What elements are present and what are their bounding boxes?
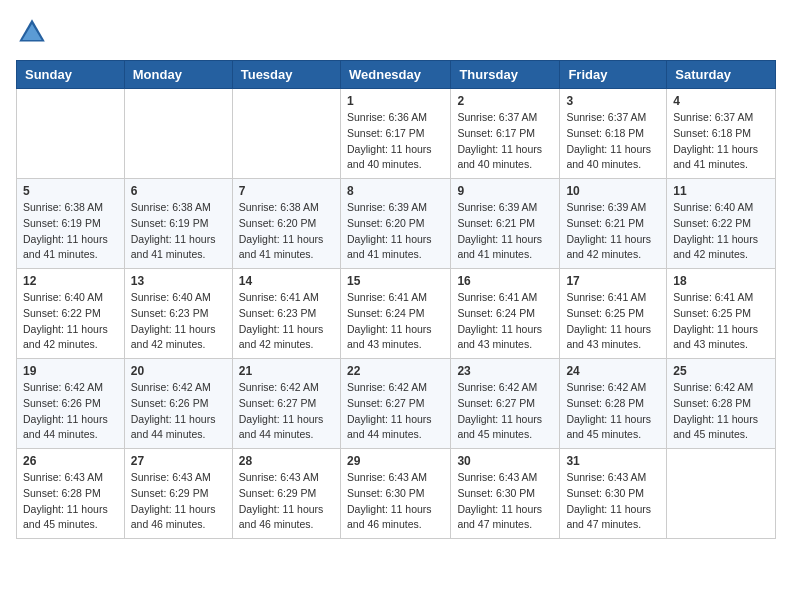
calendar-cell: 16Sunrise: 6:41 AM Sunset: 6:24 PM Dayli… xyxy=(451,269,560,359)
calendar-cell: 9Sunrise: 6:39 AM Sunset: 6:21 PM Daylig… xyxy=(451,179,560,269)
day-info: Sunrise: 6:36 AM Sunset: 6:17 PM Dayligh… xyxy=(347,110,444,173)
day-number: 13 xyxy=(131,274,226,288)
day-info: Sunrise: 6:41 AM Sunset: 6:25 PM Dayligh… xyxy=(673,290,769,353)
calendar-cell: 23Sunrise: 6:42 AM Sunset: 6:27 PM Dayli… xyxy=(451,359,560,449)
calendar-cell: 30Sunrise: 6:43 AM Sunset: 6:30 PM Dayli… xyxy=(451,449,560,539)
calendar-cell: 5Sunrise: 6:38 AM Sunset: 6:19 PM Daylig… xyxy=(17,179,125,269)
calendar-cell: 8Sunrise: 6:39 AM Sunset: 6:20 PM Daylig… xyxy=(340,179,450,269)
calendar-cell xyxy=(124,89,232,179)
day-number: 15 xyxy=(347,274,444,288)
calendar-cell: 11Sunrise: 6:40 AM Sunset: 6:22 PM Dayli… xyxy=(667,179,776,269)
day-info: Sunrise: 6:39 AM Sunset: 6:20 PM Dayligh… xyxy=(347,200,444,263)
day-number: 29 xyxy=(347,454,444,468)
day-info: Sunrise: 6:40 AM Sunset: 6:22 PM Dayligh… xyxy=(673,200,769,263)
calendar-cell: 25Sunrise: 6:42 AM Sunset: 6:28 PM Dayli… xyxy=(667,359,776,449)
day-number: 2 xyxy=(457,94,553,108)
day-of-week-header: Monday xyxy=(124,61,232,89)
day-number: 31 xyxy=(566,454,660,468)
day-info: Sunrise: 6:43 AM Sunset: 6:29 PM Dayligh… xyxy=(131,470,226,533)
day-number: 5 xyxy=(23,184,118,198)
day-number: 25 xyxy=(673,364,769,378)
calendar-cell: 15Sunrise: 6:41 AM Sunset: 6:24 PM Dayli… xyxy=(340,269,450,359)
calendar-cell: 28Sunrise: 6:43 AM Sunset: 6:29 PM Dayli… xyxy=(232,449,340,539)
day-info: Sunrise: 6:42 AM Sunset: 6:27 PM Dayligh… xyxy=(239,380,334,443)
calendar-table: SundayMondayTuesdayWednesdayThursdayFrid… xyxy=(16,60,776,539)
day-info: Sunrise: 6:39 AM Sunset: 6:21 PM Dayligh… xyxy=(566,200,660,263)
day-info: Sunrise: 6:43 AM Sunset: 6:30 PM Dayligh… xyxy=(347,470,444,533)
calendar-header-row: SundayMondayTuesdayWednesdayThursdayFrid… xyxy=(17,61,776,89)
calendar-cell: 24Sunrise: 6:42 AM Sunset: 6:28 PM Dayli… xyxy=(560,359,667,449)
day-info: Sunrise: 6:43 AM Sunset: 6:28 PM Dayligh… xyxy=(23,470,118,533)
day-info: Sunrise: 6:42 AM Sunset: 6:26 PM Dayligh… xyxy=(131,380,226,443)
day-number: 21 xyxy=(239,364,334,378)
day-info: Sunrise: 6:41 AM Sunset: 6:24 PM Dayligh… xyxy=(347,290,444,353)
day-number: 12 xyxy=(23,274,118,288)
day-number: 3 xyxy=(566,94,660,108)
calendar-cell: 29Sunrise: 6:43 AM Sunset: 6:30 PM Dayli… xyxy=(340,449,450,539)
calendar-cell: 6Sunrise: 6:38 AM Sunset: 6:19 PM Daylig… xyxy=(124,179,232,269)
calendar-week-row: 5Sunrise: 6:38 AM Sunset: 6:19 PM Daylig… xyxy=(17,179,776,269)
day-number: 14 xyxy=(239,274,334,288)
day-info: Sunrise: 6:42 AM Sunset: 6:27 PM Dayligh… xyxy=(457,380,553,443)
calendar-cell: 10Sunrise: 6:39 AM Sunset: 6:21 PM Dayli… xyxy=(560,179,667,269)
calendar-week-row: 19Sunrise: 6:42 AM Sunset: 6:26 PM Dayli… xyxy=(17,359,776,449)
day-info: Sunrise: 6:43 AM Sunset: 6:30 PM Dayligh… xyxy=(457,470,553,533)
day-of-week-header: Friday xyxy=(560,61,667,89)
day-info: Sunrise: 6:39 AM Sunset: 6:21 PM Dayligh… xyxy=(457,200,553,263)
calendar-week-row: 26Sunrise: 6:43 AM Sunset: 6:28 PM Dayli… xyxy=(17,449,776,539)
day-number: 17 xyxy=(566,274,660,288)
day-info: Sunrise: 6:41 AM Sunset: 6:25 PM Dayligh… xyxy=(566,290,660,353)
day-info: Sunrise: 6:42 AM Sunset: 6:26 PM Dayligh… xyxy=(23,380,118,443)
day-number: 18 xyxy=(673,274,769,288)
day-info: Sunrise: 6:40 AM Sunset: 6:23 PM Dayligh… xyxy=(131,290,226,353)
calendar-cell: 21Sunrise: 6:42 AM Sunset: 6:27 PM Dayli… xyxy=(232,359,340,449)
calendar-cell xyxy=(667,449,776,539)
day-info: Sunrise: 6:41 AM Sunset: 6:24 PM Dayligh… xyxy=(457,290,553,353)
calendar-cell: 12Sunrise: 6:40 AM Sunset: 6:22 PM Dayli… xyxy=(17,269,125,359)
calendar-cell xyxy=(17,89,125,179)
day-of-week-header: Sunday xyxy=(17,61,125,89)
calendar-cell: 22Sunrise: 6:42 AM Sunset: 6:27 PM Dayli… xyxy=(340,359,450,449)
day-number: 26 xyxy=(23,454,118,468)
logo xyxy=(16,16,52,48)
day-info: Sunrise: 6:38 AM Sunset: 6:19 PM Dayligh… xyxy=(23,200,118,263)
day-info: Sunrise: 6:37 AM Sunset: 6:17 PM Dayligh… xyxy=(457,110,553,173)
day-info: Sunrise: 6:43 AM Sunset: 6:29 PM Dayligh… xyxy=(239,470,334,533)
day-number: 30 xyxy=(457,454,553,468)
calendar-week-row: 1Sunrise: 6:36 AM Sunset: 6:17 PM Daylig… xyxy=(17,89,776,179)
day-info: Sunrise: 6:41 AM Sunset: 6:23 PM Dayligh… xyxy=(239,290,334,353)
day-number: 7 xyxy=(239,184,334,198)
day-info: Sunrise: 6:37 AM Sunset: 6:18 PM Dayligh… xyxy=(673,110,769,173)
day-number: 28 xyxy=(239,454,334,468)
logo-icon xyxy=(16,16,48,48)
day-number: 4 xyxy=(673,94,769,108)
day-of-week-header: Wednesday xyxy=(340,61,450,89)
day-number: 8 xyxy=(347,184,444,198)
calendar-cell: 18Sunrise: 6:41 AM Sunset: 6:25 PM Dayli… xyxy=(667,269,776,359)
calendar-cell xyxy=(232,89,340,179)
day-number: 19 xyxy=(23,364,118,378)
day-number: 11 xyxy=(673,184,769,198)
day-number: 1 xyxy=(347,94,444,108)
calendar-cell: 4Sunrise: 6:37 AM Sunset: 6:18 PM Daylig… xyxy=(667,89,776,179)
day-number: 27 xyxy=(131,454,226,468)
day-number: 10 xyxy=(566,184,660,198)
calendar-cell: 26Sunrise: 6:43 AM Sunset: 6:28 PM Dayli… xyxy=(17,449,125,539)
day-of-week-header: Thursday xyxy=(451,61,560,89)
day-info: Sunrise: 6:38 AM Sunset: 6:20 PM Dayligh… xyxy=(239,200,334,263)
calendar-cell: 7Sunrise: 6:38 AM Sunset: 6:20 PM Daylig… xyxy=(232,179,340,269)
day-number: 20 xyxy=(131,364,226,378)
calendar-cell: 17Sunrise: 6:41 AM Sunset: 6:25 PM Dayli… xyxy=(560,269,667,359)
calendar-cell: 31Sunrise: 6:43 AM Sunset: 6:30 PM Dayli… xyxy=(560,449,667,539)
calendar-cell: 13Sunrise: 6:40 AM Sunset: 6:23 PM Dayli… xyxy=(124,269,232,359)
day-info: Sunrise: 6:43 AM Sunset: 6:30 PM Dayligh… xyxy=(566,470,660,533)
day-info: Sunrise: 6:40 AM Sunset: 6:22 PM Dayligh… xyxy=(23,290,118,353)
day-of-week-header: Saturday xyxy=(667,61,776,89)
day-info: Sunrise: 6:42 AM Sunset: 6:28 PM Dayligh… xyxy=(566,380,660,443)
calendar-cell: 20Sunrise: 6:42 AM Sunset: 6:26 PM Dayli… xyxy=(124,359,232,449)
day-info: Sunrise: 6:38 AM Sunset: 6:19 PM Dayligh… xyxy=(131,200,226,263)
calendar-cell: 2Sunrise: 6:37 AM Sunset: 6:17 PM Daylig… xyxy=(451,89,560,179)
day-info: Sunrise: 6:42 AM Sunset: 6:27 PM Dayligh… xyxy=(347,380,444,443)
calendar-cell: 14Sunrise: 6:41 AM Sunset: 6:23 PM Dayli… xyxy=(232,269,340,359)
day-number: 23 xyxy=(457,364,553,378)
